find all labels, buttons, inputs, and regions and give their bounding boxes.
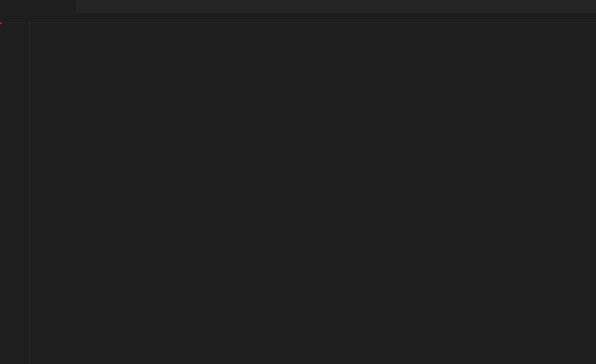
code-editor[interactable] (0, 22, 596, 364)
line-number-gutter (0, 22, 23, 364)
editor-tab[interactable] (0, 0, 76, 13)
breadcrumb[interactable] (0, 13, 596, 22)
tab-bar (0, 0, 596, 13)
code-content[interactable] (23, 22, 596, 364)
